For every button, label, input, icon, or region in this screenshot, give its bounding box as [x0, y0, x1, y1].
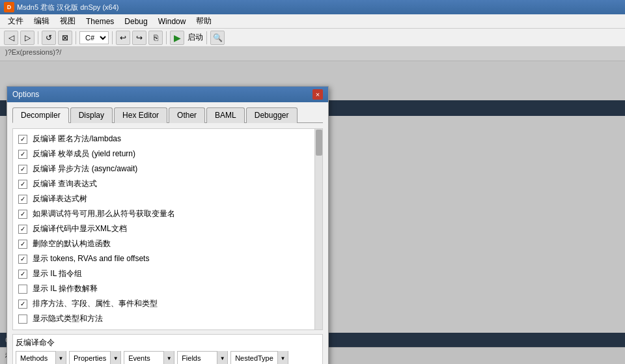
checkbox-9[interactable]: ✓ [18, 270, 27, 279]
option-label-12: 显示隐式类型和方法 [33, 313, 103, 324]
option-row-13[interactable]: ✓ 排序时'System'永远在usings的第一位 [16, 326, 320, 330]
option-row-11[interactable]: ✓ 排序方法、字段、属性、事件和类型 [16, 296, 320, 311]
checkbox-4[interactable]: ✓ [18, 195, 27, 204]
option-label-4: 反编译表达式树 [33, 193, 87, 204]
stop-button[interactable]: ⊠ [58, 31, 72, 45]
dropdown-fields-text: Fields [178, 354, 217, 362]
run-button[interactable]: ▶ [170, 31, 184, 45]
tab-other[interactable]: Other [169, 107, 205, 123]
option-row-2[interactable]: ✓ 反编译 异步方法 (async/await) [16, 161, 320, 176]
options-dialog: Options × Decompiler Display Hex Editor … [7, 86, 329, 364]
forward-button[interactable]: ▷ [20, 31, 35, 45]
dialog-body: Decompiler Display Hex Editor Other BAML… [7, 102, 328, 364]
menu-help[interactable]: 帮助 [191, 14, 217, 28]
option-label-5: 如果调试符号可用,那么从符号获取变量名 [33, 208, 175, 219]
option-label-1: 反编译 枚举成员 (yield return) [33, 148, 135, 160]
option-row-12[interactable]: 显示隐式类型和方法 [16, 311, 320, 326]
menu-bar: 文件 编辑 视图 Themes Debug Window 帮助 [0, 14, 625, 29]
dropdown-nestedtype[interactable]: NestedType ▼ [230, 351, 288, 364]
checkbox-10[interactable] [18, 285, 27, 294]
tab-baml[interactable]: BAML [206, 107, 245, 123]
option-label-3: 反编译 查询表达式 [33, 178, 97, 189]
toolbar: ◁ ▷ ↺ ⊠ C# ↩ ↪ ⎘ ▶ 启动 🔍 [0, 29, 625, 47]
option-row-9[interactable]: ✓ 显示 IL 指令组 [16, 266, 320, 281]
dropdown-properties-arrow[interactable]: ▼ [110, 351, 120, 364]
tab-hex-editor[interactable]: Hex Editor [114, 107, 167, 123]
checkbox-1[interactable]: ✓ [18, 150, 27, 159]
option-row-1[interactable]: ✓ 反编译 枚举成员 (yield return) [16, 147, 320, 161]
option-row-0[interactable]: ✓ 反编译 匿名方法/lambdas [16, 132, 320, 147]
option-label-7: 删除空的默认构造函数 [33, 238, 111, 249]
dropdown-methods-text: Methods [16, 354, 55, 362]
checkbox-2[interactable]: ✓ [18, 165, 27, 174]
checkbox-5[interactable]: ✓ [18, 210, 27, 219]
option-row-6[interactable]: ✓ 反编译代码中显示XML文档 [16, 221, 320, 236]
checkbox-8[interactable]: ✓ [18, 255, 27, 264]
menu-edit[interactable]: 编辑 [29, 14, 55, 28]
option-label-10: 显示 IL 操作数解释 [33, 283, 98, 294]
menu-view[interactable]: 视图 [55, 14, 81, 28]
option-label-13: 排序时'System'永远在usings的第一位 [33, 328, 162, 330]
toolbar-separator-3 [112, 31, 113, 44]
title-bar-text: Msdn5 君临 汉化版 dnSpy (x64) [17, 3, 119, 12]
toolbar-separator-2 [76, 31, 76, 44]
option-label-8: 显示 tokens, RVAs and file offsets [33, 253, 149, 264]
dropdown-events-arrow[interactable]: ▼ [163, 351, 174, 364]
dropdown-nestedtype-arrow[interactable]: ▼ [277, 351, 288, 364]
main-area: )?Ex(pressions)?/ OOo0o.oo0OOOOOo0(strin… [0, 47, 625, 364]
tab-decompiler[interactable]: Decompiler [12, 107, 69, 123]
checkbox-13[interactable]: ✓ [18, 329, 27, 331]
option-row-10[interactable]: 显示 IL 操作数解释 [16, 281, 320, 296]
dialog-title: Options [12, 90, 39, 99]
scroll-thumb[interactable] [316, 130, 322, 156]
checkbox-7[interactable]: ✓ [18, 240, 27, 249]
dialog-close-button[interactable]: × [312, 89, 323, 100]
option-row-7[interactable]: ✓ 删除空的默认构造函数 [16, 236, 320, 251]
option-label-11: 排序方法、字段、属性、事件和类型 [33, 298, 158, 309]
dropdown-fields-arrow[interactable]: ▼ [217, 351, 227, 364]
copy-button[interactable]: ⎘ [148, 31, 163, 45]
tab-debugger[interactable]: Debugger [246, 107, 298, 123]
checkbox-0[interactable]: ✓ [18, 135, 27, 144]
tab-bar: Decompiler Display Hex Editor Other BAML… [12, 107, 323, 123]
command-section-label: 反编译命令 [16, 337, 320, 348]
checkbox-6[interactable]: ✓ [18, 225, 27, 234]
dropdown-methods[interactable]: Methods ▼ [16, 351, 66, 364]
dropdown-events-text: Events [124, 354, 163, 362]
toolbar-separator-4 [166, 31, 167, 44]
title-bar: D Msdn5 君临 汉化版 dnSpy (x64) [0, 0, 625, 14]
undo-button[interactable]: ↩ [116, 31, 130, 45]
option-row-3[interactable]: ✓ 反编译 查询表达式 [16, 176, 320, 191]
back-button[interactable]: ◁ [4, 31, 18, 45]
refresh-button[interactable]: ↺ [42, 31, 56, 45]
toolbar-separator-5 [206, 31, 207, 44]
toolbar-separator-1 [38, 31, 38, 44]
options-list: ✓ 反编译 匿名方法/lambdas ✓ 反编译 枚举成员 (yield ret… [12, 128, 323, 330]
option-row-4[interactable]: ✓ 反编译表达式树 [16, 191, 320, 206]
menu-themes[interactable]: Themes [81, 16, 119, 27]
menu-file[interactable]: 文件 [3, 14, 29, 28]
tab-display[interactable]: Display [70, 107, 113, 123]
menu-debug[interactable]: Debug [119, 16, 152, 27]
option-label-2: 反编译 异步方法 (async/await) [33, 163, 137, 175]
option-row-8[interactable]: ✓ 显示 tokens, RVAs and file offsets [16, 251, 320, 266]
dropdown-properties[interactable]: Properties ▼ [69, 351, 121, 364]
dialog-overlay: Options × Decompiler Display Hex Editor … [0, 47, 625, 364]
run-label: 启动 [188, 32, 203, 43]
checkbox-3[interactable]: ✓ [18, 180, 27, 189]
option-label-9: 显示 IL 指令组 [33, 268, 82, 279]
dropdown-events[interactable]: Events ▼ [124, 351, 174, 364]
dropdown-row: Methods ▼ Properties ▼ Events ▼ Fields [16, 351, 320, 364]
checkbox-12[interactable] [18, 315, 27, 324]
option-row-5[interactable]: ✓ 如果调试符号可用,那么从符号获取变量名 [16, 206, 320, 221]
dropdown-properties-text: Properties [70, 354, 110, 362]
language-select[interactable]: C# [79, 31, 109, 44]
dropdown-methods-arrow[interactable]: ▼ [55, 351, 66, 364]
search-button[interactable]: 🔍 [210, 31, 225, 45]
dropdown-fields[interactable]: Fields ▼ [177, 351, 228, 364]
menu-window[interactable]: Window [153, 16, 191, 27]
redo-button[interactable]: ↪ [132, 31, 146, 45]
checkbox-11[interactable]: ✓ [18, 300, 27, 309]
scroll-track[interactable] [314, 129, 322, 329]
dropdown-nestedtype-text: NestedType [231, 354, 277, 362]
